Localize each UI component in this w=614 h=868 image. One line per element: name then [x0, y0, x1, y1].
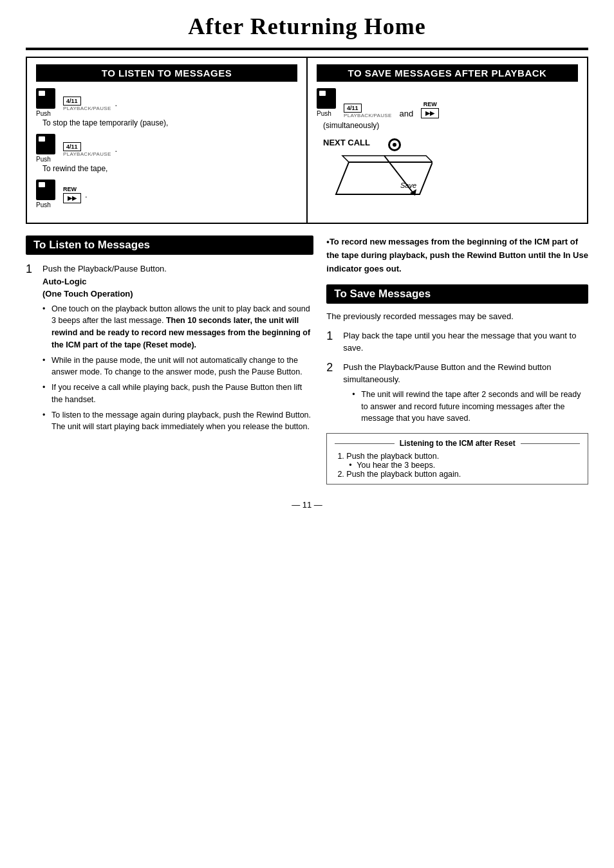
device-group-1: Push — [36, 88, 59, 117]
button-group-2: 4/11 PLAYBACK/PAUSE — [63, 141, 111, 157]
bullet-text-1: To stop the tape temporarily (pause), — [42, 118, 297, 127]
device-group-3: Push — [36, 180, 59, 208]
svg-marker-3 — [336, 162, 433, 194]
left-column: To Listen to Messages 1 Push the Playbac… — [26, 235, 313, 485]
main-content: To Listen to Messages 1 Push the Playbac… — [26, 235, 588, 485]
save-step2-bullet-0: The unit will rewind the tape after 2 se… — [352, 389, 588, 425]
page-number: — 11 — — [26, 500, 588, 510]
diagram-item-1: Push 4/11 PLAYBACK/PAUSE . To stop the t… — [36, 88, 297, 127]
next-call-diagram: NEXT CALL Save — [317, 138, 578, 202]
dot-3: . — [85, 190, 88, 199]
listen-bullet-0: One touch on the playback button allows … — [42, 303, 313, 351]
step1-sub1: Auto-Logic — [42, 275, 313, 288]
diagram-right-inner: Push 4/11 PLAYBACK/PAUSE and REW ▶▶ (sim… — [317, 88, 578, 202]
icm-line-right — [521, 443, 580, 444]
icm-item-1: Push the playback button. • You hear the… — [346, 452, 580, 470]
counter-1: 4/11 — [63, 97, 81, 106]
save-step-number-2: 2 — [326, 361, 340, 375]
svg-text:Save: Save — [400, 181, 416, 189]
device-group-right: Push — [317, 88, 340, 117]
playback-device-icon-1 — [36, 88, 55, 109]
listen-section-title: To Listen to Messages — [26, 235, 313, 255]
step1-text: Push the Playback/Pause Button. — [42, 263, 313, 275]
icm-list: Push the playback button. • You hear the… — [335, 452, 580, 479]
cassette-svg: Save — [330, 149, 433, 201]
save-step-1: 1 Play back the tape until you hear the … — [326, 329, 588, 355]
icm-border-box: Listening to the ICM after Reset Push th… — [326, 433, 588, 485]
button-group-1: 4/11 PLAYBACK/PAUSE — [63, 95, 111, 111]
playback-device-icon-right — [317, 88, 336, 109]
listen-step-1: 1 Push the Playback/Pause Button. Auto-L… — [26, 263, 313, 436]
icm-item-2: Push the playback button again. — [346, 470, 580, 479]
save-step-content-1: Play back the tape until you hear the me… — [343, 329, 588, 355]
title-divider — [26, 48, 588, 50]
and-text: and — [400, 109, 414, 118]
right-column: •To record new messages from the beginni… — [326, 235, 588, 485]
button-group-right: 4/11 PLAYBACK/PAUSE — [344, 102, 392, 118]
simultaneously-text: (simultaneously) — [323, 121, 578, 130]
counter-right: 4/11 — [344, 104, 362, 113]
diagram-box: TO LISTEN TO MESSAGES Push 4/11 PLAYBACK… — [26, 57, 588, 224]
page-title: After Returning Home — [26, 13, 588, 40]
diagram-left: TO LISTEN TO MESSAGES Push 4/11 PLAYBACK… — [27, 58, 308, 223]
rew-arrows: ▶▶ — [63, 193, 81, 203]
push-label-2: Push — [36, 156, 51, 163]
save-step2-text: Push the Playback/Pause Button and the R… — [343, 361, 588, 386]
step-number-1: 1 — [26, 263, 40, 277]
diagram-right: TO SAVE MESSAGES AFTER PLAYBACK Push 4/1… — [308, 58, 587, 223]
next-call-label: NEXT CALL — [323, 138, 370, 147]
icm-line-left — [335, 443, 394, 444]
listen-bullet-1: While in the pause mode, the unit will n… — [42, 355, 313, 379]
right-info-text: •To record new messages from the beginni… — [326, 235, 588, 275]
push-label-3: Push — [36, 201, 51, 208]
rew-arrows-right: ▶▶ — [421, 108, 439, 118]
icm-sub-1: • You hear the 3 beeps. — [346, 461, 580, 470]
save-step-2: 2 Push the Playback/Pause Button and the… — [326, 361, 588, 427]
listen-bullet-3: To listen to the message again during pl… — [42, 409, 313, 434]
save-step-content-2: Push the Playback/Pause Button and the R… — [343, 361, 588, 427]
playback-label-right: PLAYBACK/PAUSE — [344, 113, 392, 118]
device-row-1: Push 4/11 PLAYBACK/PAUSE . — [36, 88, 297, 118]
rew-group-right: REW ▶▶ — [421, 101, 439, 118]
device-row-3: Push REW ▶▶ . — [36, 180, 297, 210]
diagram-item-3: Push REW ▶▶ . — [36, 180, 297, 210]
playback-label-1: PLAYBACK/PAUSE — [63, 106, 111, 111]
counter-2: 4/11 — [63, 142, 81, 151]
diagram-item-2: Push 4/11 PLAYBACK/PAUSE . To rewind the… — [36, 134, 297, 173]
icm-sub-item-1: • You hear the 3 beeps. — [349, 461, 580, 470]
step1-sub2: (One Touch Operation) — [42, 288, 313, 300]
push-label-right: Push — [317, 110, 331, 117]
device-row-2: Push 4/11 PLAYBACK/PAUSE . — [36, 134, 297, 164]
rew-label: REW — [63, 186, 81, 192]
listen-bullet-2: If you receive a call while playing back… — [42, 382, 313, 406]
listen-bullets: One touch on the playback button allows … — [42, 303, 313, 434]
dot-1: . — [115, 98, 118, 108]
save-header: TO SAVE MESSAGES AFTER PLAYBACK — [317, 64, 578, 82]
step-content-1: Push the Playback/Pause Button. Auto-Log… — [42, 263, 313, 436]
rew-button-group: REW ▶▶ — [63, 186, 81, 203]
device-group-2: Push — [36, 134, 59, 163]
push-label-1: Push — [36, 110, 51, 117]
push-row: Push 4/11 PLAYBACK/PAUSE and REW ▶▶ — [317, 88, 578, 118]
save-intro: The previously recorded messages may be … — [326, 310, 588, 323]
icm-item-2-text: Push the playback button again. — [346, 470, 461, 479]
rew-label-right: REW — [421, 101, 439, 107]
icm-item-1-text: Push the playback button. — [346, 452, 439, 461]
playback-label-2: PLAYBACK/PAUSE — [63, 151, 111, 157]
listen-header: TO LISTEN TO MESSAGES — [36, 64, 297, 82]
icm-title: Listening to the ICM after Reset — [400, 439, 516, 448]
right-info-strong: •To record new messages from the beginni… — [326, 237, 588, 273]
save-step2-bullets: The unit will rewind the tape after 2 se… — [343, 389, 588, 425]
playback-device-icon-2 — [36, 134, 55, 154]
playback-device-icon-3 — [36, 180, 55, 200]
bullet-text-2: To rewind the tape, — [42, 164, 297, 173]
svg-point-2 — [393, 143, 396, 147]
dot-2: . — [115, 144, 118, 154]
save-step-number-1: 1 — [326, 329, 340, 344]
save-section-title: To Save Messages — [326, 284, 588, 304]
icm-title-row: Listening to the ICM after Reset — [335, 439, 580, 448]
icm-sub-text-1: You hear the 3 beeps. — [357, 461, 435, 470]
